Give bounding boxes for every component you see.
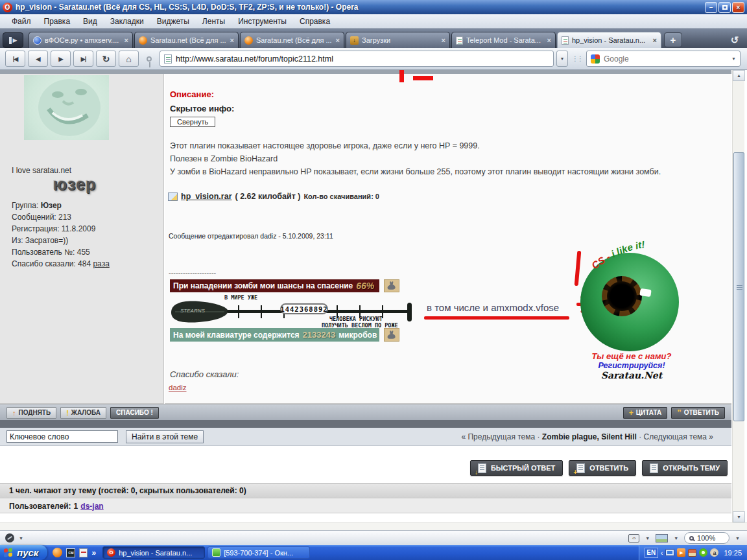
tab-teleport-mod[interactable]: Teleport Mod - Sarata... × [451, 32, 556, 48]
tab-close-icon[interactable]: × [124, 36, 128, 44]
horizontal-scrollbar-track[interactable] [0, 522, 747, 530]
chevron-down-icon[interactable]: ▼ [672, 536, 680, 541]
opera-quicklaunch-icon[interactable] [53, 548, 62, 557]
reply-button[interactable]: ” ОТВЕТИТЬ [671, 407, 725, 419]
chevron-down-icon[interactable]: ▼ [643, 536, 652, 541]
tray-chevron-icon[interactable]: ‹ [661, 549, 663, 557]
prev-topic-link[interactable]: « Предыдущая тема [461, 432, 535, 441]
tab-downloads[interactable]: ↓ Загрузки × [346, 32, 450, 48]
minimize-button[interactable]: – [705, 2, 717, 13]
keyword-input[interactable] [6, 430, 118, 443]
find-in-topic-button[interactable]: Найти в этой теме [126, 430, 204, 443]
svg-text:CS - i like it!: CS - i like it! [589, 240, 645, 271]
eye-caption-brand: Saratau.Net [554, 371, 709, 380]
tab-close-icon[interactable]: × [230, 36, 234, 44]
search-box[interactable]: ▼ [586, 51, 741, 67]
reply-topic-button[interactable]: + ОТВЕТИТЬ [569, 460, 636, 476]
start-button[interactable]: пуск [0, 545, 47, 560]
opera-window: O hp_vision - Saratau.net (Всё для CS, H… [0, 0, 747, 560]
fit-width-icon[interactable]: ‹› [628, 534, 639, 542]
user-group-badge: юзер [0, 175, 149, 194]
images-toggle-icon[interactable] [656, 534, 668, 542]
thanks-user-link[interactable]: dadiz [169, 384, 187, 391]
taskbar-task-opera[interactable]: O hp_vision - Saratau.n... [102, 546, 205, 559]
tab-close-icon[interactable]: × [547, 36, 551, 44]
post-paragraph: Этот плагин показывает настоящее здоровь… [170, 141, 480, 150]
document-quicklaunch-icon[interactable] [79, 548, 88, 557]
register-link[interactable]: Регистрируйся! [554, 361, 709, 371]
thanks-button[interactable]: СПАСИБО ! [110, 407, 159, 419]
topic-navigation: « Предыдущая тема · Zombie plague, Silen… [461, 432, 725, 441]
quick-reply-button[interactable]: ↓ БЫСТРЫЙ ОТВЕТ [470, 460, 563, 476]
menu-help[interactable]: Справка [293, 16, 337, 27]
search-engine-dropdown[interactable]: ▼ [731, 56, 736, 61]
fast-forward-button[interactable]: ▶| [73, 51, 93, 67]
close-button[interactable]: × [732, 2, 744, 13]
scrollbar-thumb[interactable] [733, 152, 744, 421]
menu-view[interactable]: Вид [77, 16, 104, 27]
next-topic-link[interactable]: Следующая тема » [644, 432, 713, 441]
menu-tools[interactable]: Инструменты [231, 16, 293, 27]
system-tray: EN ‹ ▶ a 19:25 [639, 545, 747, 560]
tab-vfose[interactable]: вФОСе.ру • amxserv.... × [29, 32, 133, 48]
tab-hp-vision-active[interactable]: hp_vision - Saratau.n... × [557, 32, 661, 48]
new-topic-button[interactable]: ОТКРЫТЬ ТЕМУ [642, 460, 728, 476]
tab-saratau-1[interactable]: Saratau.net (Всё для ... × [134, 32, 239, 48]
forum-section-title: Zombie plague, Silent Hill [542, 432, 637, 441]
tab-close-icon[interactable]: × [336, 36, 340, 44]
tab-close-icon[interactable]: × [653, 36, 657, 44]
attachment-link[interactable]: hp_vision.rar [181, 192, 232, 201]
tray-a-icon[interactable]: a [710, 548, 718, 557]
window-title: hp_vision - Saratau.net (Всё для CS, HL,… [16, 3, 359, 12]
network-icon[interactable] [665, 549, 674, 556]
rewind-button[interactable]: |◀ [5, 51, 25, 67]
paddle-signature-image: STEARNS В МИРЕ УЖЕ 1442368892 ЧЕЛОВЕКА Р… [170, 294, 428, 329]
collapse-button[interactable]: Свернуть [170, 117, 215, 127]
zoom-control[interactable]: 100% [684, 532, 729, 544]
address-bar[interactable] [160, 51, 554, 67]
menu-edit[interactable]: Правка [38, 16, 77, 27]
icq-flower-icon[interactable] [699, 548, 707, 557]
chevron-down-icon[interactable]: ▼ [17, 536, 25, 541]
zoom-dropdown-icon[interactable]: ▼ [733, 536, 742, 541]
quicklaunch-overflow-icon[interactable]: » [91, 548, 96, 557]
forward-button[interactable]: ▶ [51, 51, 71, 67]
tab-saratau-2[interactable]: Saratau.net (Всё для ... × [240, 32, 344, 48]
address-input[interactable] [176, 54, 549, 64]
reading-user-link[interactable]: ds-jan [80, 502, 103, 511]
maximize-button[interactable] [718, 2, 731, 13]
menu-bookmarks[interactable]: Закладки [104, 16, 150, 27]
menu-widgets[interactable]: Виджеты [150, 16, 196, 27]
back-button[interactable]: ◀ [28, 51, 48, 67]
new-tab-button[interactable]: + [664, 32, 682, 47]
chemax-icon[interactable]: CM [66, 548, 75, 557]
thanks-count-link[interactable]: раза [93, 259, 109, 268]
scroll-down-button[interactable]: ▼ [733, 511, 745, 522]
panel-toggle-button[interactable]: ▶ [3, 32, 23, 48]
house-tray-icon[interactable] [688, 549, 696, 557]
address-dropdown-button[interactable]: ▼ [556, 51, 568, 67]
eye-caption-1: Ты ещё не с нами? [554, 351, 709, 361]
scroll-up-button[interactable]: ▲ [733, 70, 745, 81]
eye-highlight [639, 288, 651, 297]
windows-flag-icon [4, 548, 14, 558]
menu-file[interactable]: Файл [5, 16, 38, 27]
vertical-scrollbar[interactable]: ▲ ▼ [732, 70, 744, 522]
users-reading-row: Пользователей: 1 ds-jan [0, 499, 731, 513]
media-player-icon[interactable]: ▶ [677, 548, 685, 557]
raise-button[interactable]: ↑ ПОДНЯТЬ [6, 407, 56, 419]
reload-button[interactable]: ↻ [96, 51, 116, 67]
home-button[interactable]: ⌂ [119, 51, 139, 67]
report-button[interactable]: ! ЖАЛОБА [60, 407, 106, 419]
panels-toggle-icon[interactable] [5, 533, 14, 542]
web-search-input[interactable] [604, 54, 728, 64]
taskbar-task-messenger[interactable]: [593-700-374] - Окн... [208, 546, 310, 559]
menu-feeds[interactable]: Ленты [196, 16, 231, 27]
user-group-row: Группа: Юзер [12, 200, 110, 211]
language-indicator[interactable]: EN [645, 548, 658, 558]
tab-close-icon[interactable]: × [442, 36, 445, 44]
quote-button[interactable]: + ЦИТАТА [623, 407, 667, 419]
closed-tabs-icon[interactable]: ↺ [725, 32, 744, 47]
toolbar-splitter-handle[interactable]: ⋮⋮ [571, 55, 584, 62]
red-annotation-dash [413, 76, 433, 80]
